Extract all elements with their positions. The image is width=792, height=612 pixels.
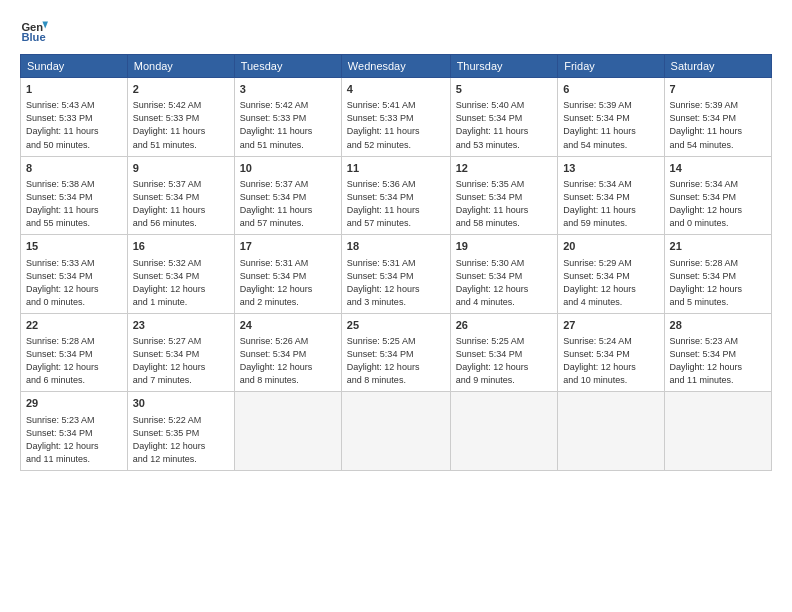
calendar-cell: 16Sunrise: 5:32 AM Sunset: 5:34 PM Dayli…	[127, 235, 234, 314]
day-number: 13	[563, 161, 658, 176]
day-info: Sunrise: 5:42 AM Sunset: 5:33 PM Dayligh…	[240, 99, 336, 151]
calendar-cell: 1Sunrise: 5:43 AM Sunset: 5:33 PM Daylig…	[21, 78, 128, 157]
day-header: Tuesday	[234, 55, 341, 78]
day-header: Friday	[558, 55, 664, 78]
calendar-cell: 3Sunrise: 5:42 AM Sunset: 5:33 PM Daylig…	[234, 78, 341, 157]
calendar-cell: 18Sunrise: 5:31 AM Sunset: 5:34 PM Dayli…	[341, 235, 450, 314]
calendar-table: SundayMondayTuesdayWednesdayThursdayFrid…	[20, 54, 772, 471]
day-header: Monday	[127, 55, 234, 78]
calendar-cell: 11Sunrise: 5:36 AM Sunset: 5:34 PM Dayli…	[341, 156, 450, 235]
day-number: 8	[26, 161, 122, 176]
calendar-cell: 25Sunrise: 5:25 AM Sunset: 5:34 PM Dayli…	[341, 313, 450, 392]
day-number: 15	[26, 239, 122, 254]
calendar-cell: 24Sunrise: 5:26 AM Sunset: 5:34 PM Dayli…	[234, 313, 341, 392]
day-number: 21	[670, 239, 766, 254]
day-info: Sunrise: 5:30 AM Sunset: 5:34 PM Dayligh…	[456, 257, 553, 309]
day-info: Sunrise: 5:26 AM Sunset: 5:34 PM Dayligh…	[240, 335, 336, 387]
day-number: 28	[670, 318, 766, 333]
day-info: Sunrise: 5:24 AM Sunset: 5:34 PM Dayligh…	[563, 335, 658, 387]
logo: Gen Blue	[20, 16, 50, 44]
calendar-cell	[558, 392, 664, 471]
day-header: Thursday	[450, 55, 558, 78]
day-number: 14	[670, 161, 766, 176]
day-info: Sunrise: 5:41 AM Sunset: 5:33 PM Dayligh…	[347, 99, 445, 151]
calendar-cell	[341, 392, 450, 471]
day-number: 22	[26, 318, 122, 333]
day-number: 16	[133, 239, 229, 254]
day-number: 11	[347, 161, 445, 176]
calendar-cell: 27Sunrise: 5:24 AM Sunset: 5:34 PM Dayli…	[558, 313, 664, 392]
calendar-cell	[450, 392, 558, 471]
calendar-cell: 6Sunrise: 5:39 AM Sunset: 5:34 PM Daylig…	[558, 78, 664, 157]
day-number: 20	[563, 239, 658, 254]
day-number: 25	[347, 318, 445, 333]
day-info: Sunrise: 5:42 AM Sunset: 5:33 PM Dayligh…	[133, 99, 229, 151]
calendar-cell: 26Sunrise: 5:25 AM Sunset: 5:34 PM Dayli…	[450, 313, 558, 392]
day-number: 24	[240, 318, 336, 333]
day-number: 18	[347, 239, 445, 254]
calendar-cell: 2Sunrise: 5:42 AM Sunset: 5:33 PM Daylig…	[127, 78, 234, 157]
calendar-cell: 28Sunrise: 5:23 AM Sunset: 5:34 PM Dayli…	[664, 313, 771, 392]
day-info: Sunrise: 5:37 AM Sunset: 5:34 PM Dayligh…	[240, 178, 336, 230]
day-info: Sunrise: 5:25 AM Sunset: 5:34 PM Dayligh…	[347, 335, 445, 387]
calendar-cell: 22Sunrise: 5:28 AM Sunset: 5:34 PM Dayli…	[21, 313, 128, 392]
calendar-cell: 12Sunrise: 5:35 AM Sunset: 5:34 PM Dayli…	[450, 156, 558, 235]
calendar-cell: 14Sunrise: 5:34 AM Sunset: 5:34 PM Dayli…	[664, 156, 771, 235]
calendar-cell: 15Sunrise: 5:33 AM Sunset: 5:34 PM Dayli…	[21, 235, 128, 314]
calendar-cell: 4Sunrise: 5:41 AM Sunset: 5:33 PM Daylig…	[341, 78, 450, 157]
day-number: 26	[456, 318, 553, 333]
day-info: Sunrise: 5:28 AM Sunset: 5:34 PM Dayligh…	[26, 335, 122, 387]
calendar-cell: 5Sunrise: 5:40 AM Sunset: 5:34 PM Daylig…	[450, 78, 558, 157]
day-number: 7	[670, 82, 766, 97]
calendar-cell: 23Sunrise: 5:27 AM Sunset: 5:34 PM Dayli…	[127, 313, 234, 392]
day-info: Sunrise: 5:37 AM Sunset: 5:34 PM Dayligh…	[133, 178, 229, 230]
day-info: Sunrise: 5:36 AM Sunset: 5:34 PM Dayligh…	[347, 178, 445, 230]
day-number: 12	[456, 161, 553, 176]
day-info: Sunrise: 5:29 AM Sunset: 5:34 PM Dayligh…	[563, 257, 658, 309]
calendar-cell: 9Sunrise: 5:37 AM Sunset: 5:34 PM Daylig…	[127, 156, 234, 235]
day-info: Sunrise: 5:31 AM Sunset: 5:34 PM Dayligh…	[347, 257, 445, 309]
calendar-cell: 13Sunrise: 5:34 AM Sunset: 5:34 PM Dayli…	[558, 156, 664, 235]
calendar-cell: 8Sunrise: 5:38 AM Sunset: 5:34 PM Daylig…	[21, 156, 128, 235]
day-header: Saturday	[664, 55, 771, 78]
calendar-cell: 19Sunrise: 5:30 AM Sunset: 5:34 PM Dayli…	[450, 235, 558, 314]
day-info: Sunrise: 5:22 AM Sunset: 5:35 PM Dayligh…	[133, 414, 229, 466]
day-number: 19	[456, 239, 553, 254]
day-number: 5	[456, 82, 553, 97]
day-info: Sunrise: 5:31 AM Sunset: 5:34 PM Dayligh…	[240, 257, 336, 309]
day-info: Sunrise: 5:39 AM Sunset: 5:34 PM Dayligh…	[563, 99, 658, 151]
day-info: Sunrise: 5:40 AM Sunset: 5:34 PM Dayligh…	[456, 99, 553, 151]
svg-text:Blue: Blue	[21, 31, 45, 43]
day-number: 23	[133, 318, 229, 333]
day-info: Sunrise: 5:38 AM Sunset: 5:34 PM Dayligh…	[26, 178, 122, 230]
day-header: Wednesday	[341, 55, 450, 78]
day-number: 2	[133, 82, 229, 97]
day-number: 4	[347, 82, 445, 97]
calendar-cell: 10Sunrise: 5:37 AM Sunset: 5:34 PM Dayli…	[234, 156, 341, 235]
day-info: Sunrise: 5:33 AM Sunset: 5:34 PM Dayligh…	[26, 257, 122, 309]
day-number: 6	[563, 82, 658, 97]
logo-icon: Gen Blue	[20, 16, 48, 44]
calendar-cell: 21Sunrise: 5:28 AM Sunset: 5:34 PM Dayli…	[664, 235, 771, 314]
calendar-cell	[664, 392, 771, 471]
day-info: Sunrise: 5:27 AM Sunset: 5:34 PM Dayligh…	[133, 335, 229, 387]
day-number: 1	[26, 82, 122, 97]
day-info: Sunrise: 5:35 AM Sunset: 5:34 PM Dayligh…	[456, 178, 553, 230]
day-number: 27	[563, 318, 658, 333]
day-info: Sunrise: 5:25 AM Sunset: 5:34 PM Dayligh…	[456, 335, 553, 387]
svg-marker-2	[42, 22, 48, 29]
calendar-cell	[234, 392, 341, 471]
calendar-cell: 7Sunrise: 5:39 AM Sunset: 5:34 PM Daylig…	[664, 78, 771, 157]
calendar-cell: 17Sunrise: 5:31 AM Sunset: 5:34 PM Dayli…	[234, 235, 341, 314]
day-info: Sunrise: 5:23 AM Sunset: 5:34 PM Dayligh…	[26, 414, 122, 466]
day-number: 3	[240, 82, 336, 97]
day-info: Sunrise: 5:39 AM Sunset: 5:34 PM Dayligh…	[670, 99, 766, 151]
day-info: Sunrise: 5:43 AM Sunset: 5:33 PM Dayligh…	[26, 99, 122, 151]
calendar-cell: 20Sunrise: 5:29 AM Sunset: 5:34 PM Dayli…	[558, 235, 664, 314]
day-number: 17	[240, 239, 336, 254]
day-number: 30	[133, 396, 229, 411]
day-number: 29	[26, 396, 122, 411]
day-header: Sunday	[21, 55, 128, 78]
day-number: 9	[133, 161, 229, 176]
day-number: 10	[240, 161, 336, 176]
